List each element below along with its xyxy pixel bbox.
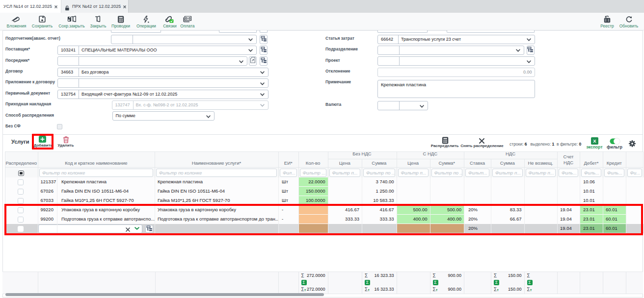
svg-text:X: X bbox=[593, 138, 596, 144]
